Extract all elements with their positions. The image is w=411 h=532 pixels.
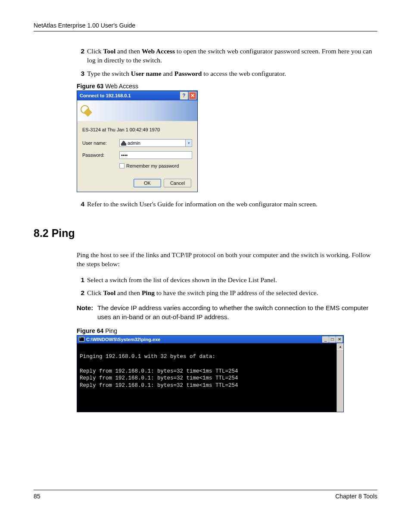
step-body: Click Tool and then Ping to have the swi… <box>87 289 377 298</box>
text: and then <box>115 289 142 296</box>
header-text: NetAtlas Enterprise 1.00 User's Guide <box>34 22 135 29</box>
text: to have the switch ping the IP address o… <box>155 289 318 296</box>
cmd-title-text: C:\WINDOWS\System32\ping.exe <box>86 337 160 342</box>
dialog-title-text: Connect to 192.168.0.1 <box>80 93 131 98</box>
note-label: Note: <box>77 304 97 321</box>
dialog-banner <box>77 100 197 121</box>
minimize-icon[interactable]: _ <box>322 336 329 342</box>
bold-username: User name <box>131 70 162 77</box>
text: and then <box>115 47 142 55</box>
step-number: 1 <box>77 276 84 285</box>
ping-step-2: 2 Click Tool and then Ping to have the s… <box>77 289 377 298</box>
step-number: 4 <box>77 200 84 209</box>
scroll-up-icon[interactable]: ▴ <box>337 343 343 350</box>
password-input[interactable] <box>119 151 192 159</box>
figure-64-caption: Figure 64 Ping <box>77 327 377 334</box>
step-2: 2 Click Tool and then Web Access to open… <box>77 47 377 65</box>
figure-label: Figure 64 <box>77 327 103 334</box>
cmd-output: Pinging 192.168.0.1 with 32 bytes of dat… <box>77 343 336 412</box>
chevron-down-icon[interactable]: ▾ <box>185 139 192 147</box>
page-number: 85 <box>34 493 40 500</box>
text: Click <box>87 289 103 296</box>
password-label: Password: <box>82 152 119 158</box>
text: Click <box>87 47 103 55</box>
step-number: 2 <box>77 289 84 298</box>
step-number: 2 <box>77 47 84 65</box>
username-label: User name: <box>82 140 119 146</box>
page-footer: 85 Chapter 8 Tools <box>34 490 377 500</box>
note-block: Note: The device IP address varies accor… <box>77 304 377 321</box>
cmd-window: C:\WINDOWS\System32\ping.exe _ □ ✕ Pingi… <box>77 335 344 412</box>
step-number: 3 <box>77 69 84 78</box>
step-body: Select a switch from the list of devices… <box>87 276 377 285</box>
scrollbar[interactable]: ▴ <box>336 343 343 412</box>
page-header: NetAtlas Enterprise 1.00 User's Guide <box>34 22 377 31</box>
bold-password: Password <box>174 70 202 77</box>
dialog-status: ES-3124 at Thu Jan 1 00:42:49 1970 <box>82 127 192 132</box>
keys-icon <box>79 103 93 118</box>
cmd-icon <box>79 337 84 342</box>
figure-63-caption: Figure 63 Web Access <box>77 83 377 90</box>
bold-tool: Tool <box>103 47 115 55</box>
step-3: 3 Type the switch User name and Password… <box>77 69 377 78</box>
figure-title: Ping <box>103 327 117 334</box>
remember-label: Remember my password <box>126 163 179 168</box>
intro-paragraph: Ping the host to see if the links and TC… <box>77 251 377 269</box>
maximize-icon[interactable]: □ <box>329 336 336 342</box>
username-combo[interactable]: admin ▾ <box>119 139 192 147</box>
help-icon[interactable]: ? <box>180 92 188 100</box>
scroll-track[interactable] <box>337 350 343 412</box>
note-body: The device IP address varies according t… <box>97 304 377 321</box>
figure-title: Web Access <box>103 83 138 90</box>
figure-label: Figure 63 <box>77 83 103 90</box>
chapter-label: Chapter 8 Tools <box>335 493 377 500</box>
step-body: Type the switch User name and Password t… <box>87 69 377 78</box>
bold-ping: Ping <box>142 289 155 296</box>
close-icon[interactable]: ✕ <box>189 92 196 100</box>
connect-dialog: Connect to 192.168.0.1 ? ✕ ES-3124 at Th… <box>77 90 198 192</box>
step-4: 4 Refer to the switch User's Guide for i… <box>77 200 377 209</box>
user-icon <box>121 140 126 146</box>
dialog-titlebar[interactable]: Connect to 192.168.0.1 ? ✕ <box>77 91 197 100</box>
section-heading-ping: 8.2 Ping <box>34 227 377 240</box>
close-icon[interactable]: ✕ <box>336 336 342 342</box>
bold-tool: Tool <box>103 289 115 296</box>
text: Type the switch <box>87 70 131 77</box>
ping-step-1: 1 Select a switch from the list of devic… <box>77 276 377 285</box>
ok-button[interactable]: OK <box>134 179 161 187</box>
step-body: Refer to the switch User's Guide for inf… <box>87 200 377 209</box>
text: to access the web configurator. <box>202 70 286 77</box>
text: and <box>162 70 174 77</box>
cmd-titlebar[interactable]: C:\WINDOWS\System32\ping.exe _ □ ✕ <box>77 336 343 343</box>
cancel-button[interactable]: Cancel <box>164 179 191 187</box>
bold-web-access: Web Access <box>142 47 175 55</box>
remember-checkbox[interactable] <box>119 163 125 168</box>
step-body: Click Tool and then Web Access to open t… <box>87 47 377 65</box>
username-value: admin <box>128 140 140 146</box>
